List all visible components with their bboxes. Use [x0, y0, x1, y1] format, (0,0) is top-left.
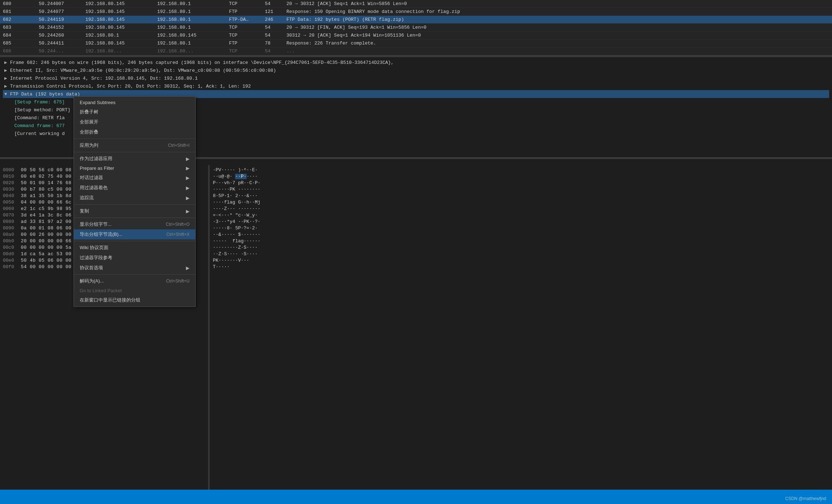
detail-frame-row[interactable]: ▶ Frame 682: 246 bytes on wire (1968 bit…	[3, 59, 829, 66]
detail-setup-method-text: [Setup method: PORT]	[14, 107, 70, 113]
menu-item-label: 在新窗口中显示已链接的分组	[80, 297, 140, 303]
menu-item-shortcut: Ctrl+Shift+U	[166, 279, 190, 284]
detail-setup-frame-link[interactable]: [Setup frame: 675]	[14, 99, 65, 105]
hex-offset: 0060	[3, 206, 21, 211]
menu-item-复制[interactable]: 复制▶	[74, 206, 195, 216]
hex-offset: 0070	[3, 213, 21, 218]
menu-item-label: 复制	[80, 208, 89, 214]
ascii-row: ·3···*y4 ··PK··?·	[213, 218, 829, 225]
ascii-row: ··u@·@· ··P·····	[213, 173, 829, 179]
menu-item-shortcut: Ctrl+Shift+X	[166, 232, 190, 237]
packet-src: 192.168.80.145	[85, 41, 157, 46]
detail-ethernet-text: Ethernet II, Src: VMware_20:a9:5e (00:0c…	[10, 68, 276, 73]
packet-no: 680	[3, 1, 39, 6]
menu-item-label: 追踪流	[80, 195, 94, 201]
menu-item-对话过滤器[interactable]: 对话过滤器▶	[74, 173, 195, 183]
packet-src: 192.168.80.145	[85, 25, 157, 30]
packet-no: 682	[3, 17, 39, 22]
packet-dst: 192.168.80.145	[157, 33, 229, 38]
menu-item-label: 协议首选项	[80, 265, 103, 271]
menu-item-label: Prepare as Filter	[80, 165, 114, 171]
packet-row[interactable]: 682 50.244119 192.168.80.145 192.168.80.…	[0, 16, 832, 24]
packet-dst: 192.168.80.1	[157, 41, 229, 46]
detail-ip-row[interactable]: ▶ Internet Protocol Version 4, Src: 192.…	[3, 74, 829, 82]
hex-ascii-divider[interactable]	[208, 165, 210, 490]
hex-offset: 0080	[3, 219, 21, 224]
packet-proto: TCP	[229, 48, 265, 54]
expand-icon: ▶	[4, 60, 10, 65]
detail-tcp-row[interactable]: ▶ Transmission Control Protocol, Src Por…	[3, 82, 829, 90]
menu-item-导出分组字节流(b)...[interactable]: 导出分组字节流(B)...Ctrl+Shift+X	[74, 229, 195, 239]
hex-offset: 00b0	[3, 238, 21, 244]
packet-row[interactable]: 681 50.244077 192.168.80.145 192.168.80.…	[0, 8, 832, 16]
menu-item-在新窗口中显示已链接的分组[interactable]: 在新窗口中显示已链接的分组	[74, 295, 195, 305]
menu-item-用过滤器着色[interactable]: 用过滤器着色▶	[74, 183, 195, 193]
menu-item-过滤器字段参考[interactable]: 过滤器字段参考	[74, 253, 195, 263]
ascii-row: 8·5P·1· 2···&···	[213, 192, 829, 199]
submenu-arrow-icon: ▶	[186, 209, 190, 214]
packet-no: 685	[3, 41, 39, 46]
packet-row[interactable]: 683 50.244152 192.168.80.145 192.168.80.…	[0, 24, 832, 32]
hex-offset: 0090	[3, 225, 21, 231]
detail-cwd-text: [Current working d	[14, 131, 65, 136]
packet-time: 50.244007	[39, 1, 85, 6]
submenu-arrow-icon: ▶	[186, 195, 190, 201]
menu-separator	[74, 152, 195, 152]
menu-item-label: 用过滤器着色	[80, 185, 108, 191]
detail-ethernet-row[interactable]: ▶ Ethernet II, Src: VMware_20:a9:5e (00:…	[3, 66, 829, 74]
packet-dst: 192.168.80.1	[157, 25, 229, 30]
detail-command-frame-link[interactable]: Command frame: 677	[14, 123, 65, 129]
ascii-row: ····· flag······	[213, 238, 829, 244]
menu-item-expand-subtrees[interactable]: Expand Subtrees	[74, 98, 195, 107]
packet-list: 680 50.244007 192.168.80.145 192.168.80.…	[0, 0, 832, 56]
hex-offset: 0040	[3, 193, 21, 199]
packet-proto: TCP	[229, 25, 265, 30]
submenu-arrow-icon: ▶	[186, 265, 190, 271]
submenu-arrow-icon: ▶	[186, 156, 190, 162]
hex-offset: 00a0	[3, 232, 21, 237]
menu-item-协议首选项[interactable]: 协议首选项▶	[74, 263, 195, 273]
packet-row[interactable]: 686 50.244... 192.168.80... 192.168.80..…	[0, 47, 832, 55]
packet-proto: TCP	[229, 33, 265, 38]
packet-row[interactable]: 684 50.244260 192.168.80.1 192.168.80.14…	[0, 32, 832, 39]
ascii-row: P···vh·7 pR··C·P·	[213, 179, 829, 186]
menu-item-全部展开[interactable]: 全部展开	[74, 117, 195, 127]
hex-offset: 00c0	[3, 245, 21, 250]
packet-row[interactable]: 680 50.244007 192.168.80.145 192.168.80.…	[0, 0, 832, 8]
menu-item-折叠子树[interactable]: 折叠子树	[74, 107, 195, 117]
ascii-row: ·········Z·S····	[213, 244, 829, 251]
menu-item-应用为列[interactable]: 应用为列Ctrl+Shift+I	[74, 140, 195, 150]
menu-item-解码为(a)...[interactable]: 解码为(A)...Ctrl+Shift+U	[74, 276, 195, 286]
ascii-row: ··&····· $·······	[213, 231, 829, 238]
packet-len: 121	[265, 9, 286, 14]
hex-offset: 0030	[3, 187, 21, 192]
ascii-row: ··Z·S···· ·S····	[213, 251, 829, 257]
menu-item-prepare-as-filter[interactable]: Prepare as Filter▶	[74, 164, 195, 173]
ascii-row: ·PV····· )·^··E·	[213, 167, 829, 173]
packet-len: 54	[265, 1, 286, 6]
packet-len: 246	[265, 17, 286, 22]
menu-item-作为过滤器应用[interactable]: 作为过滤器应用▶	[74, 154, 195, 164]
menu-item-全部折叠[interactable]: 全部折叠	[74, 127, 195, 137]
menu-item-wiki-协议页面[interactable]: Wiki 协议页面	[74, 243, 195, 253]
detail-tcp-text: Transmission Control Protocol, Src Port:…	[10, 84, 251, 89]
detail-ftp-text: FTP Data (192 bytes data)	[10, 92, 80, 97]
menu-separator	[74, 241, 195, 241]
menu-item-显示分组字节...[interactable]: 显示分组字节...Ctrl+Shift+O	[74, 219, 195, 229]
ascii-row: PK·······V···	[213, 257, 829, 263]
expand-icon-active: ▼	[4, 92, 10, 97]
menu-item-label: 全部展开	[80, 119, 98, 125]
packet-len: 78	[265, 41, 286, 46]
menu-item-go-to-linked-packet[interactable]: Go to Linked Packet	[74, 286, 195, 295]
packet-time: 50.244077	[39, 9, 85, 14]
menu-item-追踪流[interactable]: 追踪流▶	[74, 193, 195, 203]
packet-proto: FTP	[229, 9, 265, 14]
packet-src: 192.168.80.145	[85, 1, 157, 6]
detail-command-text: [Command: RETR fla	[14, 115, 65, 121]
menu-item-label: 显示分组字节...	[80, 221, 112, 228]
hex-offset: 0000	[3, 167, 21, 173]
expand-icon: ▶	[4, 83, 10, 89]
hex-offset: 00e0	[3, 258, 21, 263]
menu-separator	[74, 204, 195, 205]
packet-row[interactable]: 685 50.244411 192.168.80.145 192.168.80.…	[0, 39, 832, 47]
